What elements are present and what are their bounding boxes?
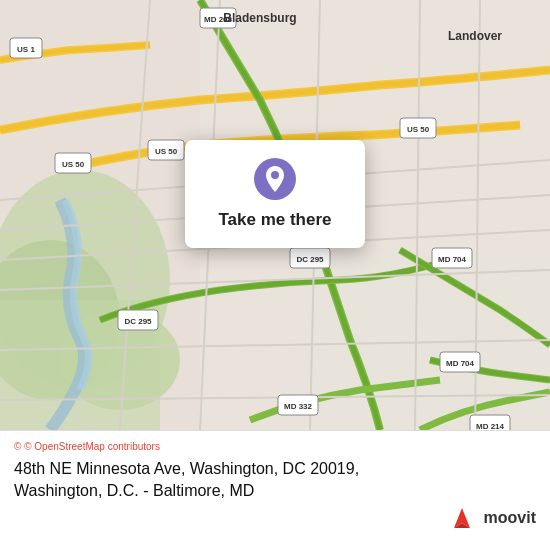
osm-attribution: © © OpenStreetMap contributors bbox=[14, 441, 536, 452]
svg-text:MD 332: MD 332 bbox=[284, 402, 313, 411]
svg-text:Bladensburg: Bladensburg bbox=[223, 11, 296, 25]
svg-text:MD 704: MD 704 bbox=[438, 255, 467, 264]
address-line1: 48th NE Minnesota Ave, Washington, DC 20… bbox=[14, 460, 536, 478]
svg-text:MD 704: MD 704 bbox=[446, 359, 475, 368]
moovit-logo: moovit bbox=[444, 500, 536, 536]
svg-text:Landover: Landover bbox=[448, 29, 502, 43]
svg-text:US 50: US 50 bbox=[62, 160, 85, 169]
svg-text:DC 295: DC 295 bbox=[296, 255, 324, 264]
take-me-there-button[interactable]: Take me there bbox=[218, 210, 331, 230]
svg-point-43 bbox=[271, 171, 279, 179]
moovit-label: moovit bbox=[484, 509, 536, 527]
svg-text:MD 214: MD 214 bbox=[476, 422, 505, 430]
popup-card: Take me there bbox=[185, 140, 365, 248]
location-pin-icon bbox=[254, 158, 296, 200]
svg-text:DC 295: DC 295 bbox=[124, 317, 152, 326]
svg-text:US 50: US 50 bbox=[155, 147, 178, 156]
address-line2: Washington, D.C. - Baltimore, MD bbox=[14, 482, 536, 500]
osm-icon: © bbox=[14, 441, 21, 452]
map-view[interactable]: US 1 US 50 US 50 US 50 MD 208 DC 295 DC … bbox=[0, 0, 550, 430]
svg-text:US 1: US 1 bbox=[17, 45, 35, 54]
moovit-icon bbox=[444, 500, 480, 536]
svg-text:US 50: US 50 bbox=[407, 125, 430, 134]
bottom-bar: © © OpenStreetMap contributors 48th NE M… bbox=[0, 430, 550, 550]
